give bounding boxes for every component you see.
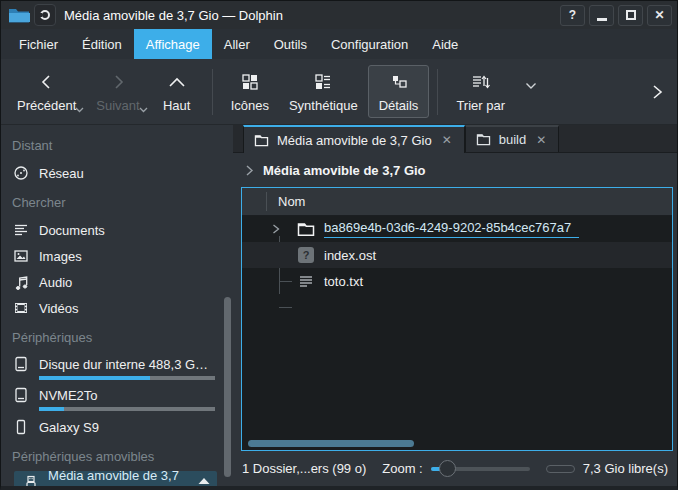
details-view-button[interactable]: Détails (368, 65, 430, 118)
disk-usage-fill (39, 407, 64, 411)
smartphone-icon (12, 419, 30, 435)
toolbar-overflow-chevron[interactable] (651, 83, 663, 101)
image-icon (12, 248, 30, 264)
hard-drive-icon (12, 356, 30, 372)
file-name[interactable]: ba869e4b-03d6-4249-9202-85b4cec767a7 (324, 220, 579, 238)
tab-build[interactable]: build ✕ (465, 125, 560, 152)
sidebar-item-label: Galaxy S9 (39, 420, 99, 435)
menu-edition[interactable]: Édition (70, 29, 134, 59)
question-mark-badge: ? (298, 247, 314, 263)
main-view: Média amovible de 3,7 Gio ✕ build ✕ (233, 125, 677, 486)
places-section-peripheriques-amovibles: Périphériques amovibles (1, 440, 233, 471)
chevron-up-icon (167, 71, 187, 93)
sidebar-item-nvme2to[interactable]: NVME2To (1, 383, 233, 414)
places-section-chercher: Chercher (1, 186, 233, 217)
breadcrumb[interactable]: Média amovible de 3,7 Gio (233, 153, 677, 187)
sidebar-item-label: Vidéos (39, 301, 79, 316)
dolphin-window: Média amovible de 3,7 Gio — Dolphin ? ✕ … (0, 0, 678, 490)
up-button[interactable]: Haut (150, 66, 204, 117)
tab-media-amovible[interactable]: Média amovible de 3,7 Gio ✕ (243, 125, 465, 153)
sort-label: Trier par (456, 98, 505, 113)
ring-icon (39, 9, 51, 21)
file-row-toto-txt[interactable]: toto.txt (242, 268, 672, 294)
sidebar-item-videos[interactable]: Vidéos (1, 295, 233, 321)
menu-fichier[interactable]: Fichier (7, 29, 70, 59)
compact-view-button[interactable]: Synthétique (279, 66, 368, 117)
file-name[interactable]: index.ost (324, 248, 376, 263)
minimize-button[interactable] (589, 5, 614, 26)
eject-icon[interactable] (197, 477, 211, 486)
tab-close-icon[interactable]: ✕ (534, 133, 548, 147)
usb-stick-icon (22, 475, 39, 486)
toolbar-separator (212, 69, 213, 115)
tree-guide (279, 307, 292, 308)
breadcrumb-location[interactable]: Média amovible de 3,7 Gio (263, 163, 426, 178)
chevron-right-icon (109, 71, 127, 93)
sidebar-item-label: Média amovible de 3,7 … (48, 468, 188, 486)
hard-drive-icon (12, 387, 30, 403)
window-emblem-button[interactable] (34, 4, 56, 26)
titlebar: Média amovible de 3,7 Gio — Dolphin ? ✕ (1, 1, 677, 29)
file-view-panel: Nom (241, 187, 673, 451)
zoom-slider[interactable] (431, 460, 530, 478)
places-panel: Distant Réseau Chercher (1, 125, 233, 486)
icons-view-label: Icônes (231, 98, 269, 113)
list-column-header[interactable]: Nom (242, 188, 672, 216)
help-icon: ? (569, 8, 576, 22)
details-tree-icon (390, 71, 408, 93)
compact-list-icon (314, 71, 332, 93)
status-summary: 1 Dossier,...ers (99 o) (242, 461, 366, 476)
sidebar-item-documents[interactable]: Documents (1, 217, 233, 243)
menu-aller[interactable]: Aller (212, 29, 262, 59)
chevron-down-icon (139, 107, 148, 113)
folder-icon (476, 133, 491, 146)
close-button[interactable]: ✕ (647, 5, 672, 26)
details-view-label: Détails (379, 98, 419, 113)
icons-view-button[interactable]: Icônes (221, 66, 279, 117)
folder-icon (254, 134, 269, 147)
sidebar-item-galaxy-s9[interactable]: Galaxy S9 (1, 414, 233, 440)
sort-by-button[interactable]: Trier par (446, 66, 515, 117)
tab-label: Média amovible de 3,7 Gio (277, 133, 432, 148)
tab-close-icon[interactable]: ✕ (440, 133, 454, 147)
file-rows: ba869e4b-03d6-4249-9202-85b4cec767a7 ? i… (242, 216, 672, 450)
zoom-slider-handle[interactable] (439, 460, 456, 477)
help-button[interactable]: ? (560, 5, 585, 26)
menu-configuration[interactable]: Configuration (319, 29, 420, 59)
menubar: Fichier Édition Affichage Aller Outils C… (1, 29, 677, 59)
tab-bar: Média amovible de 3,7 Gio ✕ build ✕ (233, 125, 677, 153)
sidebar-item-disque-dur-interne[interactable]: Disque dur interne 488,3 G… (1, 352, 233, 383)
sidebar-item-label: Audio (39, 275, 72, 290)
up-label: Haut (163, 98, 190, 113)
places-section-distant: Distant (1, 129, 233, 160)
sidebar-scrollbar[interactable] (224, 297, 231, 477)
sidebar-item-media-amovible[interactable]: Média amovible de 3,7 … (14, 471, 217, 486)
maximize-icon (626, 10, 636, 20)
forward-button[interactable]: Suivant (86, 66, 149, 117)
expand-chevron-icon[interactable] (272, 223, 280, 235)
dolphin-folder-app-icon (8, 6, 30, 24)
menu-affichage[interactable]: Affichage (134, 29, 212, 59)
document-lines-icon (12, 222, 30, 238)
file-row-index-ost[interactable]: ? index.ost (242, 242, 672, 268)
sidebar-item-label: Disque dur interne 488,3 G… (39, 357, 208, 372)
menu-outils[interactable]: Outils (262, 29, 319, 59)
maximize-button[interactable] (618, 5, 643, 26)
menu-aide[interactable]: Aide (420, 29, 470, 59)
column-nom[interactable]: Nom (242, 194, 305, 209)
music-note-icon (12, 274, 30, 290)
toolbar: Précédent Suivant Haut (1, 59, 677, 125)
chevron-down-icon (75, 107, 84, 113)
file-row-folder[interactable]: ba869e4b-03d6-4249-9202-85b4cec767a7 (242, 216, 672, 242)
back-button[interactable]: Précédent (7, 66, 86, 117)
sidebar-item-images[interactable]: Images (1, 243, 233, 269)
chevron-down-icon[interactable] (525, 82, 537, 90)
sidebar-item-reseau[interactable]: Réseau (1, 160, 233, 186)
file-name[interactable]: toto.txt (324, 274, 363, 289)
close-icon: ✕ (654, 8, 664, 22)
horizontal-scrollbar[interactable] (248, 440, 414, 447)
chevron-right-icon (245, 164, 254, 177)
zoom-label: Zoom : (382, 461, 422, 476)
tab-label: build (499, 132, 526, 147)
sidebar-item-audio[interactable]: Audio (1, 269, 233, 295)
